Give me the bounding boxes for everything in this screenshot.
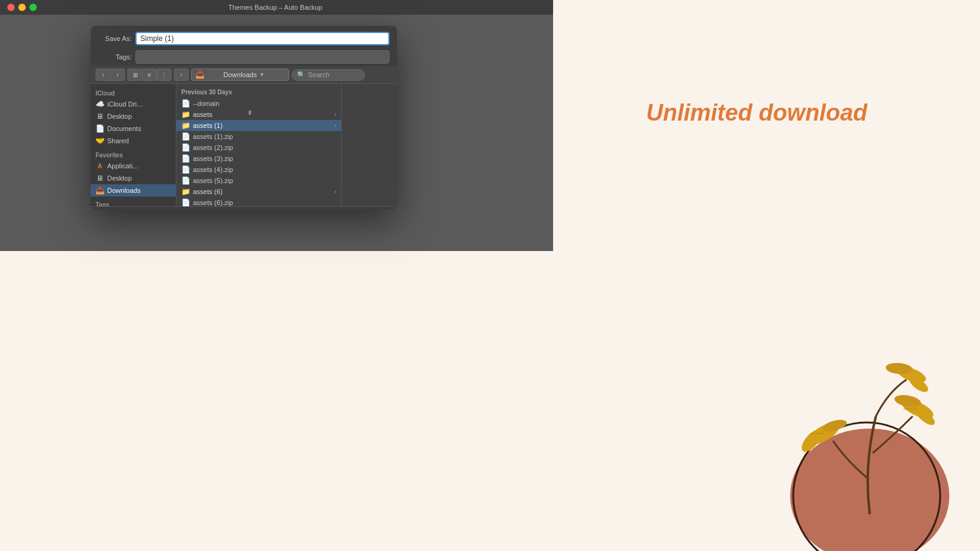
folder-icon: 📁 — [181, 121, 190, 130]
file-item-assets1zip[interactable]: 📄 assets (1).zip — [176, 131, 341, 142]
sidebar-item-label: Desktop — [107, 174, 132, 182]
file-item-assets2zip[interactable]: 📄 assets (2).zip — [176, 142, 341, 153]
back-button[interactable]: ‹ — [96, 69, 110, 81]
file-item-label: assets (2).zip — [193, 144, 233, 151]
tags-label: Tags: — [98, 53, 132, 61]
location-dropdown[interactable]: 📥 Downloads ▼ — [191, 69, 289, 81]
tags-row: Tags: — [91, 48, 397, 66]
dialog-body: iCloud ☁️ iCloud Dri... 🖥 Desktop 📄 Docu… — [91, 84, 397, 206]
icloud-drive-icon: ☁️ — [96, 100, 104, 108]
file-item-label: assets (6) — [193, 188, 222, 195]
svg-point-5 — [899, 395, 936, 422]
file-item-label: assets (6).zip — [193, 199, 233, 206]
file-icon: 📄 — [181, 132, 190, 141]
window-title: Themes Backup – Auto Backup — [5, 4, 546, 11]
folder-icon: 📁 — [181, 110, 190, 119]
folder-icon: 📁 — [181, 187, 190, 196]
file-list-pane: Previous 30 Days 📄 --domain 📁 assets › 📁… — [176, 84, 342, 206]
file-item-label: assets (5).zip — [193, 177, 233, 184]
view-icon-button[interactable]: ⊞ — [127, 69, 142, 81]
file-item-label: assets (1).zip — [193, 133, 233, 140]
desktop2-icon: 🖥 — [96, 174, 104, 182]
save-as-row: Save As: — [91, 26, 397, 48]
save-as-input[interactable] — [135, 32, 390, 45]
file-item-label: assets (1) — [193, 122, 222, 129]
preview-pane — [342, 84, 397, 206]
sidebar-item-downloads[interactable]: 📥 Downloads — [91, 184, 176, 197]
search-box[interactable]: 🔍 Search — [292, 69, 365, 81]
sidebar-item-label: Shared — [107, 137, 129, 144]
tags-section-label: Tags — [91, 199, 176, 206]
search-icon: 🔍 — [297, 71, 306, 79]
file-icon: 📄 — [181, 176, 190, 185]
dialog-sidebar: iCloud ☁️ iCloud Dri... 🖥 Desktop 📄 Docu… — [91, 84, 176, 206]
desktop-icon: 🖥 — [96, 112, 104, 121]
plant-decoration — [747, 355, 980, 551]
dialog-footer: New Folder Cancel Save — [91, 206, 397, 209]
svg-point-3 — [798, 427, 825, 455]
sidebar-item-label: Downloads — [107, 187, 140, 194]
chevron-icon: › — [334, 122, 336, 129]
file-item-assets[interactable]: 📁 assets › — [176, 109, 341, 120]
file-item-assets5zip[interactable]: 📄 assets (5).zip — [176, 175, 341, 186]
chevron-icon: › — [334, 111, 336, 118]
file-item-label: assets (3).zip — [193, 155, 233, 162]
sidebar-item-label: Desktop — [107, 113, 132, 120]
svg-point-8 — [895, 364, 928, 386]
chevron-icon: › — [334, 189, 336, 195]
sidebar-item-label: Applicati... — [107, 162, 138, 170]
forward-button[interactable]: › — [110, 69, 125, 81]
up-button[interactable]: ↑ — [174, 69, 189, 81]
save-as-label: Save As: — [98, 35, 132, 42]
sidebar-item-documents[interactable]: 📄 Documents — [91, 122, 176, 135]
svg-point-10 — [907, 374, 931, 395]
unlimited-heading: Unlimited download — [646, 100, 867, 126]
shared-icon: 🤝 — [96, 137, 104, 145]
titlebar: Themes Backup – Auto Backup — [0, 0, 553, 15]
view-columns-button[interactable]: ⋮ — [157, 69, 172, 81]
file-list-header: Previous 30 Days — [176, 86, 341, 98]
svg-point-2 — [805, 419, 842, 449]
sidebar-item-label: iCloud Dri... — [107, 100, 142, 108]
sidebar-item-applications[interactable]: A Applicati... — [91, 160, 176, 172]
sidebar-item-label: Documents — [107, 125, 141, 132]
file-item-assets4zip[interactable]: 📄 assets (4).zip — [176, 164, 341, 175]
file-item-assets6zip[interactable]: 📄 assets (6).zip — [176, 197, 341, 206]
svg-point-4 — [822, 418, 848, 433]
file-item-domain[interactable]: 📄 --domain — [176, 98, 341, 109]
svg-point-0 — [790, 429, 949, 551]
sidebar-item-desktop[interactable]: 🖥 Desktop — [91, 110, 176, 122]
sidebar-item-shared[interactable]: 🤝 Shared — [91, 135, 176, 147]
search-placeholder: Search — [308, 71, 330, 78]
view-buttons: ⊞ ≡ ⋮ — [127, 69, 172, 81]
dialog-content: Previous 30 Days 📄 --domain 📁 assets › 📁… — [176, 84, 397, 206]
svg-point-6 — [894, 393, 922, 408]
file-item-assets1[interactable]: 📁 assets (1) › — [176, 120, 341, 131]
file-icon: 📄 — [181, 198, 190, 206]
svg-point-9 — [885, 362, 913, 375]
view-list-button[interactable]: ≡ — [142, 69, 157, 81]
favorites-section-label: Favorites — [91, 149, 176, 160]
file-icon: 📄 — [181, 99, 190, 108]
file-icon: 📄 — [181, 154, 190, 163]
file-item-label: assets (4).zip — [193, 166, 233, 173]
file-item-assets3zip[interactable]: 📄 assets (3).zip — [176, 153, 341, 164]
sidebar-item-icloud-drive[interactable]: ☁️ iCloud Dri... — [91, 98, 176, 110]
downloads-icon: 📥 — [96, 186, 104, 195]
file-item-label: assets — [193, 111, 213, 118]
icloud-section-label: iCloud — [91, 88, 176, 98]
dialog-toolbar: ‹ › ⊞ ≡ ⋮ ↑ 📥 Downloads ▼ 🔍 Search — [91, 66, 397, 84]
file-icon: 📄 — [181, 165, 190, 174]
nav-buttons: ‹ › — [96, 69, 125, 81]
svg-point-7 — [913, 405, 938, 428]
file-icon: 📄 — [181, 143, 190, 152]
documents-icon: 📄 — [96, 124, 104, 133]
sidebar-item-desktop2[interactable]: 🖥 Desktop — [91, 172, 176, 184]
svg-point-1 — [793, 422, 940, 551]
tags-input[interactable] — [135, 50, 390, 64]
applications-icon: A — [96, 162, 104, 170]
save-dialog: Save As: Tags: ‹ › ⊞ ≡ ⋮ ↑ 📥 Downloads ▼… — [91, 26, 397, 209]
location-label: Downloads — [224, 71, 257, 78]
file-item-assets6[interactable]: 📁 assets (6) › — [176, 186, 341, 197]
file-item-label: --domain — [193, 100, 219, 107]
